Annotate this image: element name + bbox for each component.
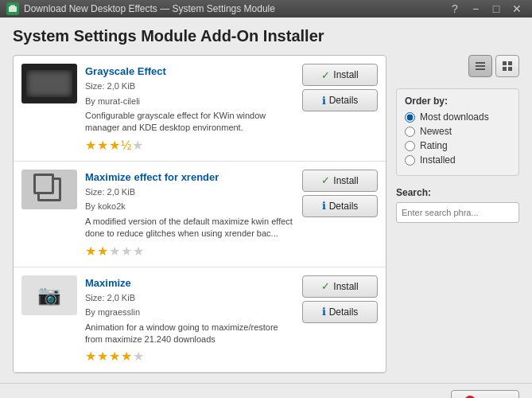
svg-rect-6 — [508, 61, 512, 65]
radio-most-downloads[interactable]: Most downloads — [405, 111, 511, 123]
content-area: System Settings Module Add-On Installer … — [0, 18, 532, 383]
bottom-bar: ✕ Close — [0, 383, 532, 398]
search-section: Search: — [396, 184, 519, 226]
search-label: Search: — [396, 187, 519, 198]
main-row: Grayscale Effect Size: 2,0 KiB By murat-… — [13, 55, 519, 373]
details-button-1[interactable]: ℹ Details — [302, 89, 378, 111]
svg-rect-5 — [503, 61, 507, 65]
radio-input-installed[interactable] — [405, 155, 415, 166]
addon-name-2[interactable]: Maximize effect for xrender — [85, 171, 219, 183]
search-input[interactable] — [396, 202, 519, 223]
page-title: System Settings Module Add-On Installer — [13, 27, 519, 45]
radio-input-most-downloads[interactable] — [405, 112, 415, 123]
view-buttons — [396, 55, 519, 77]
side-panel: Order by: Most downloads Newest Rating — [396, 55, 519, 373]
addon-thumbnail-1 — [21, 64, 77, 103]
addon-item: Maximize effect for xrender Size: 2,0 Ki… — [14, 162, 386, 267]
svg-rect-2 — [476, 62, 485, 64]
minimize-button[interactable]: − — [467, 0, 484, 18]
install-button-3[interactable]: ✓ Install — [302, 275, 378, 298]
radio-label-newest: Newest — [420, 126, 452, 137]
addon-item: Grayscale Effect Size: 2,0 KiB By murat-… — [14, 56, 386, 162]
titlebar: Download New Desktop Effects — System Se… — [0, 0, 532, 18]
radio-newest[interactable]: Newest — [405, 126, 511, 137]
grid-view-icon — [502, 60, 513, 72]
addon-desc-3: Animation for a window going to maximize… — [85, 322, 294, 346]
addon-actions-3: ✓ Install ℹ Details — [302, 275, 378, 323]
addon-desc-1: Configurable grayscale effect for KWin w… — [85, 110, 294, 135]
info-icon-1: ℹ — [322, 95, 326, 107]
addon-author-3: By mgraesslin — [85, 306, 294, 319]
addon-actions-2: ✓ Install ℹ Details — [302, 170, 378, 217]
install-button-2[interactable]: ✓ Install — [302, 170, 378, 192]
titlebar-controls: ? − □ ✕ — [446, 0, 526, 18]
addon-thumbnail-3: 📷 — [21, 275, 77, 315]
radio-rating[interactable]: Rating — [405, 140, 511, 151]
addon-desc-2: A modified version of the default maximi… — [85, 216, 294, 240]
titlebar-left: Download New Desktop Effects — System Se… — [6, 2, 275, 15]
close-button-titlebar[interactable]: ✕ — [508, 0, 526, 18]
order-section: Order by: Most downloads Newest Rating — [396, 88, 519, 176]
addon-name-3[interactable]: Maximize — [85, 277, 131, 289]
check-icon-3: ✓ — [321, 280, 330, 292]
camera-icon: 📷 — [37, 284, 61, 306]
info-icon-3: ℹ — [322, 306, 326, 318]
svg-rect-1 — [10, 5, 15, 7]
addon-author-1: By murat-cileli — [85, 95, 294, 108]
svg-rect-4 — [476, 68, 485, 70]
addon-thumbnail-2 — [21, 170, 77, 209]
maximize-button[interactable]: □ — [487, 0, 505, 18]
svg-rect-8 — [508, 67, 512, 71]
radio-input-newest[interactable] — [405, 127, 415, 137]
radio-input-rating[interactable] — [405, 141, 415, 151]
help-button[interactable]: ? — [446, 0, 464, 18]
addon-size-2: Size: 2,0 KiB — [85, 185, 294, 199]
addon-stars-3: ★★★★★ — [85, 349, 294, 364]
check-icon-1: ✓ — [321, 69, 330, 81]
svg-rect-3 — [476, 65, 485, 67]
addon-item: 📷 Maximize Size: 2,0 KiB By mgraesslin A… — [14, 267, 386, 373]
details-button-3[interactable]: ℹ Details — [302, 301, 378, 323]
addon-info-3: Maximize Size: 2,0 KiB By mgraesslin Ani… — [85, 275, 294, 365]
window-title: Download New Desktop Effects — System Se… — [24, 3, 275, 14]
check-icon-2: ✓ — [321, 174, 330, 186]
addon-size-1: Size: 2,0 KiB — [85, 80, 294, 93]
app-icon — [6, 2, 19, 15]
addon-author-2: By koko2k — [85, 200, 294, 213]
maximize-icon-shape — [37, 178, 61, 201]
radio-label-most-downloads: Most downloads — [420, 111, 489, 123]
addon-name-1[interactable]: Grayscale Effect — [85, 65, 166, 77]
info-icon-2: ℹ — [322, 200, 326, 212]
addon-actions-1: ✓ Install ℹ Details — [302, 64, 378, 111]
radio-installed[interactable]: Installed — [405, 154, 511, 166]
details-button-2[interactable]: ℹ Details — [302, 195, 378, 217]
list-view-button[interactable] — [468, 55, 492, 77]
addon-info-2: Maximize effect for xrender Size: 2,0 Ki… — [85, 170, 294, 259]
grid-view-button[interactable] — [495, 55, 519, 77]
close-dialog-button[interactable]: ✕ Close — [451, 390, 519, 398]
svg-rect-7 — [503, 67, 507, 71]
addon-stars-2: ★★★★★ — [85, 244, 294, 259]
addon-stars-1: ★★★½★ — [85, 138, 294, 153]
list-view-icon — [475, 60, 486, 72]
radio-label-rating: Rating — [420, 140, 448, 151]
addon-info-1: Grayscale Effect Size: 2,0 KiB By murat-… — [85, 64, 294, 153]
svg-rect-0 — [9, 6, 17, 12]
window: Download New Desktop Effects — System Se… — [0, 0, 532, 398]
addon-size-3: Size: 2,0 KiB — [85, 291, 294, 305]
order-label: Order by: — [405, 96, 511, 107]
addon-list-panel[interactable]: Grayscale Effect Size: 2,0 KiB By murat-… — [13, 55, 386, 373]
radio-label-installed: Installed — [420, 154, 456, 166]
install-button-1[interactable]: ✓ Install — [302, 64, 378, 86]
